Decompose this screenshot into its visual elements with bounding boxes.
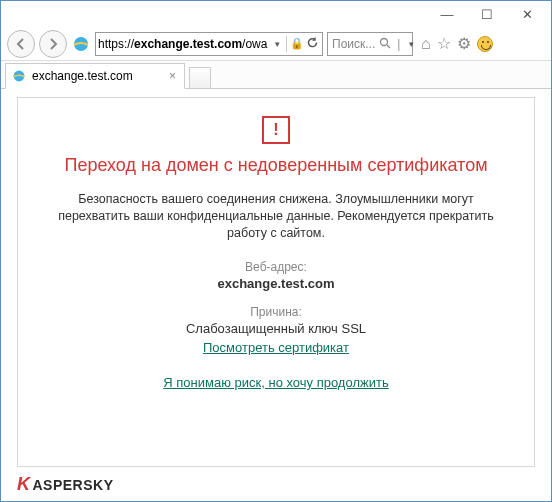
reason-label: Причина: <box>250 305 302 319</box>
svg-line-2 <box>387 45 390 48</box>
tab-strip: exchange.test.com × <box>1 61 551 89</box>
view-certificate-link[interactable]: Посмотреть сертификат <box>203 340 349 355</box>
window-close-button[interactable]: ✕ <box>507 3 547 25</box>
new-tab-button[interactable] <box>189 67 211 89</box>
browser-tab[interactable]: exchange.test.com × <box>5 63 185 89</box>
svg-point-1 <box>381 38 388 45</box>
kaspersky-brand: KASPERSKY <box>17 474 114 495</box>
gear-icon[interactable]: ⚙ <box>457 34 471 53</box>
arrow-left-icon <box>14 37 28 51</box>
tab-title: exchange.test.com <box>32 69 161 83</box>
home-icon[interactable]: ⌂ <box>421 35 431 53</box>
window-minimize-button[interactable]: — <box>427 3 467 25</box>
search-separator: | <box>395 37 402 51</box>
address-text: https://exchange.test.com/owa <box>96 37 272 51</box>
address-bar[interactable]: https://exchange.test.com/owa ▾ 🔒 <box>95 32 323 56</box>
address-dropdown-icon[interactable]: ▾ <box>272 39 283 49</box>
reason-value: Слабозащищенный ключ SSL <box>186 321 366 336</box>
warning-heading: Переход на домен с недоверенным сертифик… <box>64 154 487 177</box>
url-path: /owa <box>242 37 267 51</box>
warning-panel: ! Переход на домен с недоверенным сертиф… <box>17 97 535 467</box>
proceed-link[interactable]: Я понимаю риск, но хочу продолжить <box>163 375 388 390</box>
nav-forward-button[interactable] <box>39 30 67 58</box>
brand-rest: ASPERSKY <box>33 477 114 493</box>
lock-icon[interactable]: 🔒 <box>290 37 304 50</box>
warning-description: Безопасность вашего соединения снижена. … <box>48 191 504 242</box>
address-value: exchange.test.com <box>217 276 334 291</box>
window-maximize-button[interactable]: ☐ <box>467 3 507 25</box>
window-titlebar: — ☐ ✕ <box>1 1 551 27</box>
url-host: exchange.test.com <box>134 37 242 51</box>
tab-close-button[interactable]: × <box>167 69 178 83</box>
warning-icon: ! <box>262 116 290 144</box>
nav-back-button[interactable] <box>7 30 35 58</box>
search-placeholder: Поиск... <box>332 37 375 51</box>
search-box[interactable]: Поиск... | ▾ <box>327 32 413 56</box>
search-icon[interactable] <box>379 37 391 51</box>
search-dropdown-icon[interactable]: ▾ <box>406 39 417 49</box>
tab-favicon-icon <box>12 69 26 83</box>
toolbar-right-icons: ⌂ ☆ ⚙ <box>421 34 493 53</box>
arrow-right-icon <box>46 37 60 51</box>
page-content: ! Переход на домен с недоверенным сертиф… <box>1 91 551 501</box>
refresh-icon[interactable] <box>306 36 319 52</box>
ie-logo-icon <box>71 34 91 54</box>
address-label: Веб-адрес: <box>245 260 307 274</box>
favorites-icon[interactable]: ☆ <box>437 34 451 53</box>
smiley-icon[interactable] <box>477 36 493 52</box>
brand-k: K <box>17 474 31 495</box>
url-scheme: https:// <box>98 37 134 51</box>
address-divider <box>286 36 287 52</box>
browser-toolbar: https://exchange.test.com/owa ▾ 🔒 Поиск.… <box>1 27 551 61</box>
